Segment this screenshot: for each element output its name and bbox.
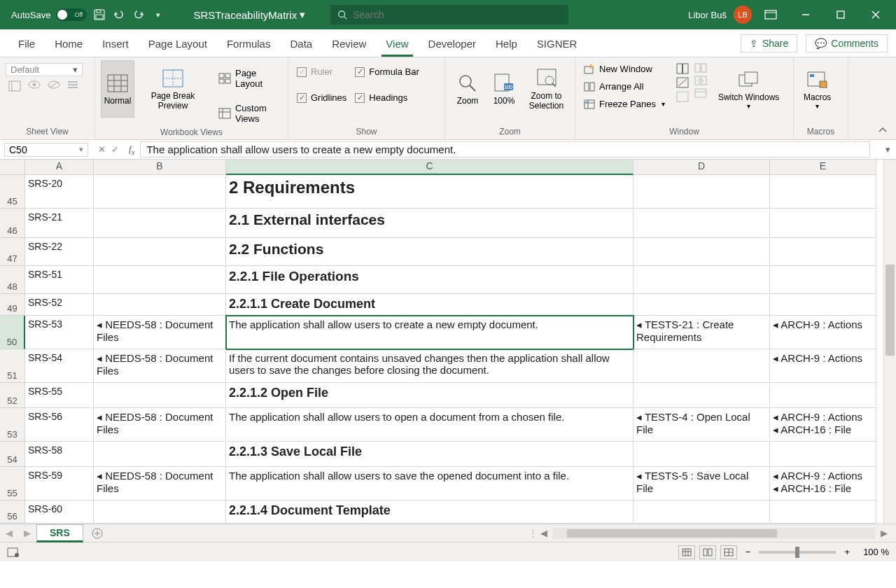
- cell[interactable]: SRS-58: [25, 442, 94, 467]
- cell[interactable]: ◂ ARCH-9 : Actions ◂ ARCH-16 : File: [770, 408, 876, 442]
- hscroll-left-icon[interactable]: ◀: [538, 528, 550, 538]
- cell[interactable]: SRS-55: [25, 383, 94, 408]
- cell[interactable]: [770, 442, 876, 467]
- options-icon[interactable]: [67, 80, 78, 92]
- cell[interactable]: [770, 383, 876, 408]
- tab-signer[interactable]: SIGNER: [527, 32, 587, 57]
- search-input[interactable]: [353, 9, 549, 20]
- formula-bar-checkbox[interactable]: ✓Formula Bar: [352, 64, 422, 79]
- cell[interactable]: SRS-56: [25, 408, 94, 442]
- cell[interactable]: ◂ NEEDS-58 : Document Files: [94, 316, 226, 349]
- normal-view-button[interactable]: Normal: [101, 60, 134, 118]
- cell[interactable]: SRS-21: [25, 209, 94, 238]
- cell[interactable]: [94, 383, 226, 408]
- formula-input[interactable]: The application shall allow users to cre…: [140, 141, 870, 158]
- record-macro-icon[interactable]: [7, 547, 20, 558]
- redo-icon[interactable]: [132, 8, 146, 22]
- cell[interactable]: [770, 209, 876, 238]
- tab-insert[interactable]: Insert: [92, 32, 139, 57]
- row-header[interactable]: 50: [0, 316, 25, 349]
- formula-expand-icon[interactable]: ▾: [880, 144, 896, 155]
- cell[interactable]: 2.2.1.4 Document Template: [226, 500, 634, 524]
- spreadsheet-grid[interactable]: ABCDE 454647484950515253545556 SRS-202 R…: [0, 160, 896, 524]
- row-header[interactable]: 48: [0, 266, 25, 294]
- tab-developer[interactable]: Developer: [419, 32, 486, 57]
- cell[interactable]: [634, 442, 770, 467]
- cell[interactable]: ◂ ARCH-9 : Actions: [770, 316, 876, 349]
- arrange-all-button[interactable]: Arrange All: [581, 79, 668, 94]
- cell[interactable]: [770, 500, 876, 524]
- cell[interactable]: The application shall allow users to sav…: [226, 467, 634, 500]
- select-all-corner[interactable]: [0, 160, 25, 175]
- column-header[interactable]: A: [25, 160, 94, 175]
- exit-icon[interactable]: [28, 80, 41, 92]
- cell[interactable]: 2.2.1.2 Open File: [226, 383, 634, 408]
- cell[interactable]: [770, 294, 876, 316]
- cell[interactable]: [634, 383, 770, 408]
- tab-home[interactable]: Home: [45, 32, 92, 57]
- ribbon-mode-icon[interactable]: [755, 1, 787, 29]
- cell[interactable]: ◂ TESTS-5 : Save Local File: [634, 467, 770, 500]
- macros-button[interactable]: Macros▾: [799, 60, 835, 118]
- cell[interactable]: SRS-22: [25, 238, 94, 266]
- split-icon[interactable]: [676, 63, 689, 74]
- cell[interactable]: [94, 500, 226, 524]
- freeze-panes-button[interactable]: Freeze Panes▾: [581, 97, 668, 111]
- sheet-view-dropdown[interactable]: Default: [6, 63, 83, 76]
- sheet-tab-srs[interactable]: SRS: [36, 524, 83, 542]
- tab-file[interactable]: File: [8, 32, 45, 57]
- row-header[interactable]: 47: [0, 238, 25, 266]
- page-break-button[interactable]: Page Break Preview: [137, 60, 209, 118]
- reset-position-icon[interactable]: [694, 88, 707, 98]
- custom-views-button[interactable]: Custom Views: [216, 101, 282, 126]
- cell[interactable]: 2.2 Functions: [226, 238, 634, 266]
- fx-icon[interactable]: fx: [125, 144, 139, 156]
- cell[interactable]: ◂ TESTS-4 : Open Local File: [634, 408, 770, 442]
- share-button[interactable]: ⇪Share: [741, 34, 797, 52]
- new-icon[interactable]: [48, 80, 60, 92]
- cell[interactable]: 2 Requirements: [226, 175, 634, 209]
- cell[interactable]: [634, 238, 770, 266]
- column-header[interactable]: C: [226, 160, 634, 175]
- cell[interactable]: SRS-54: [25, 349, 94, 383]
- horizontal-scrollbar[interactable]: [553, 528, 875, 539]
- cell[interactable]: ◂ TESTS-21 : Create Requirements: [634, 316, 770, 349]
- tab-page-layout[interactable]: Page Layout: [139, 32, 217, 57]
- cell[interactable]: [94, 294, 226, 316]
- keep-icon[interactable]: [8, 80, 21, 92]
- ribbon-collapse-icon[interactable]: [869, 57, 896, 139]
- qat-dropdown-icon[interactable]: ▾: [151, 8, 165, 22]
- column-header[interactable]: B: [94, 160, 226, 175]
- hscroll-right-icon[interactable]: ▶: [878, 528, 890, 538]
- minimize-icon[interactable]: [790, 1, 822, 29]
- cell[interactable]: ◂ ARCH-9 : Actions: [770, 349, 876, 383]
- hscroll-grip[interactable]: ⋮: [528, 528, 538, 538]
- zoom-slider[interactable]: [759, 551, 836, 554]
- zoom-in-icon[interactable]: +: [840, 547, 854, 557]
- cell[interactable]: 2.2.1 File Operations: [226, 266, 634, 294]
- switch-windows-button[interactable]: Switch Windows▾: [714, 60, 783, 118]
- row-header[interactable]: 45: [0, 175, 25, 209]
- row-header[interactable]: 49: [0, 294, 25, 316]
- zoom-selection-button[interactable]: Zoom to Selection: [524, 60, 569, 118]
- close-icon[interactable]: [860, 1, 892, 29]
- save-icon[interactable]: [92, 8, 106, 22]
- cell[interactable]: The application shall allow users to cre…: [226, 316, 634, 349]
- cancel-formula-icon[interactable]: ✕: [98, 144, 106, 155]
- cell[interactable]: SRS-52: [25, 294, 94, 316]
- cell[interactable]: [94, 175, 226, 209]
- cell[interactable]: 2.2.1.1 Create Document: [226, 294, 634, 316]
- comments-button[interactable]: 💬Comments: [806, 34, 888, 52]
- cell[interactable]: 2.1 External interfaces: [226, 209, 634, 238]
- cell[interactable]: [634, 349, 770, 383]
- cell[interactable]: SRS-59: [25, 467, 94, 500]
- row-header[interactable]: 56: [0, 500, 25, 524]
- sheet-nav-prev[interactable]: ◀: [0, 528, 18, 538]
- add-sheet-button[interactable]: [88, 526, 107, 541]
- cell[interactable]: If the current document contains unsaved…: [226, 349, 634, 383]
- tab-formulas[interactable]: Formulas: [217, 32, 281, 57]
- cell[interactable]: [634, 294, 770, 316]
- headings-checkbox[interactable]: ✓Headings: [352, 90, 422, 105]
- enter-formula-icon[interactable]: ✓: [111, 144, 119, 155]
- cell[interactable]: SRS-60: [25, 500, 94, 524]
